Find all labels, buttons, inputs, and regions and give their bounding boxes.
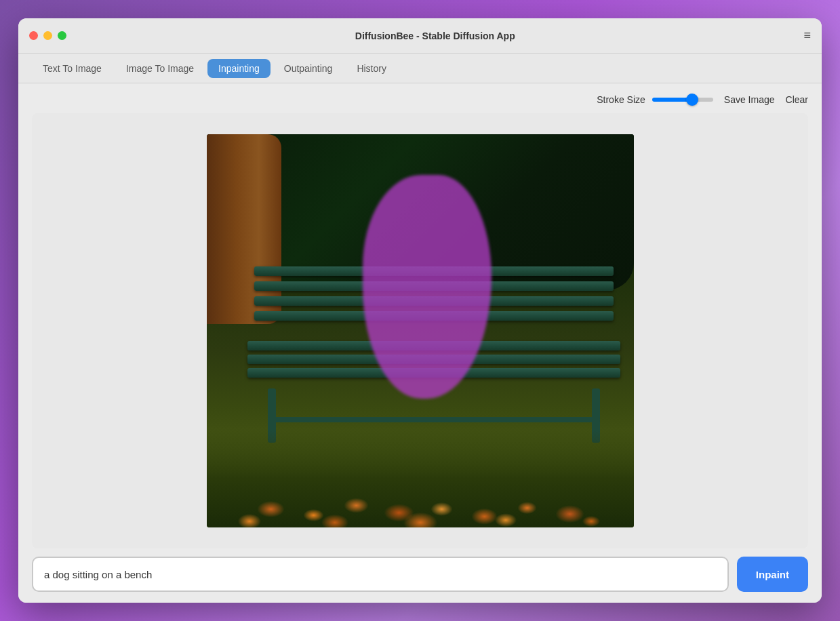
tab-text-to-image[interactable]: Text To Image <box>32 59 113 78</box>
stroke-size-slider[interactable] <box>652 98 713 102</box>
menu-icon[interactable]: ≡ <box>803 28 811 43</box>
traffic-lights <box>29 31 66 40</box>
inpaint-button[interactable]: Inpaint <box>737 557 808 592</box>
app-window: DiffusionBee - Stable Diffusion App ≡ Te… <box>18 18 822 603</box>
prompt-input[interactable] <box>32 557 729 592</box>
image-canvas-container[interactable] <box>32 113 808 548</box>
titlebar: DiffusionBee - Stable Diffusion App ≡ <box>18 18 822 54</box>
tab-inpainting[interactable]: Inpainting <box>207 59 271 78</box>
tab-image-to-image[interactable]: Image To Image <box>115 59 205 78</box>
clear-button[interactable]: Clear <box>786 94 808 105</box>
toolbar: Stroke Size Save Image Clear <box>32 94 808 105</box>
tab-history[interactable]: History <box>346 59 397 78</box>
window-title: DiffusionBee - Stable Diffusion App <box>66 31 803 41</box>
ground-leaves <box>207 405 634 527</box>
navbar: Text To Image Image To Image Inpainting … <box>18 54 822 83</box>
save-image-button[interactable]: Save Image <box>724 94 775 105</box>
minimize-button[interactable] <box>43 31 52 40</box>
maximize-button[interactable] <box>58 31 66 40</box>
close-button[interactable] <box>29 31 38 40</box>
stroke-size-label: Stroke Size <box>597 94 645 105</box>
content-area: Stroke Size Save Image Clear <box>18 83 822 603</box>
bottom-bar: Inpaint <box>32 557 808 592</box>
tab-outpainting[interactable]: Outpainting <box>273 59 344 78</box>
bench-image <box>207 134 634 527</box>
stroke-size-container: Stroke Size <box>597 94 713 105</box>
